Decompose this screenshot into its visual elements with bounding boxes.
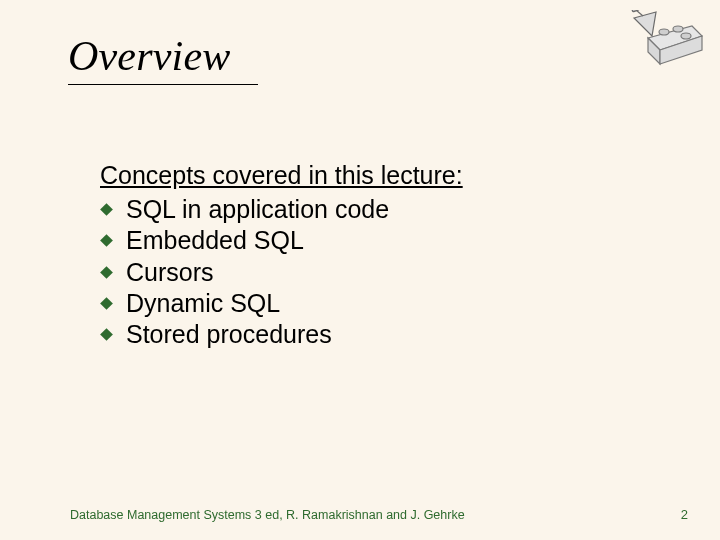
list-item: SQL in application code [100,194,640,225]
list-item: Stored procedures [100,319,640,350]
bullet-icon [100,328,113,341]
trowel-brick-icon [626,10,706,78]
list-item-label: Embedded SQL [126,226,304,254]
page-number: 2 [681,507,688,522]
footer-text: Database Management Systems 3 ed, R. Ram… [70,508,465,522]
bullet-icon [100,234,113,247]
bullet-icon [100,266,113,279]
slide-title: Overview [68,32,231,80]
list-item: Embedded SQL [100,225,640,256]
svg-point-1 [673,26,683,32]
list-item: Dynamic SQL [100,288,640,319]
list-item-label: Stored procedures [126,320,332,348]
list-item-label: Dynamic SQL [126,289,280,317]
bullet-icon [100,203,113,216]
list-item-label: SQL in application code [126,195,389,223]
bullet-list: SQL in application code Embedded SQL Cur… [100,194,640,350]
list-item-label: Cursors [126,258,214,286]
title-underline [68,84,258,85]
list-item: Cursors [100,257,640,288]
slide-body: Concepts covered in this lecture: SQL in… [100,160,640,350]
svg-point-0 [659,29,669,35]
bullet-icon [100,297,113,310]
svg-point-2 [681,33,691,39]
slide: Overview Concepts covered in this lectur… [0,0,720,540]
lead-text: Concepts covered in this lecture: [100,160,640,190]
